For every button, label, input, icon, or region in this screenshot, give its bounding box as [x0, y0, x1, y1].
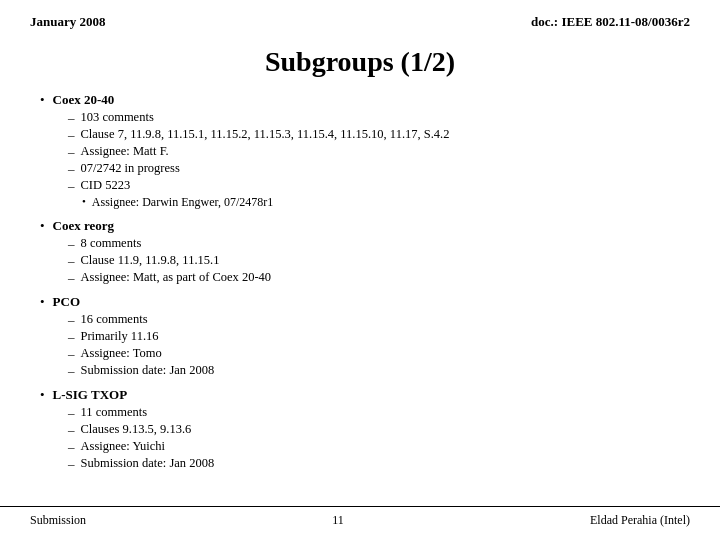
dash: –: [68, 253, 75, 269]
nested-bullet: •: [82, 195, 86, 207]
list-item: – Clauses 9.13.5, 9.13.6: [68, 422, 680, 438]
pco-sublist: – 16 comments – Primarily 11.16 – Assign…: [68, 312, 680, 379]
list-item: – 16 comments: [68, 312, 680, 328]
sub-text: Primarily 11.16: [81, 329, 159, 344]
header-doc: doc.: IEEE 802.11-08/0036r2: [531, 14, 690, 30]
list-item: – CID 5223: [68, 178, 680, 194]
section-lsigtxop-header: • L-SIG TXOP: [40, 387, 680, 403]
dash: –: [68, 363, 75, 379]
sub-text: Clause 11.9, 11.9.8, 11.15.1: [81, 253, 220, 268]
sub-text: 16 comments: [81, 312, 148, 327]
sub-text: 11 comments: [81, 405, 148, 420]
footer-center: 11: [332, 513, 344, 528]
list-item: – 11 comments: [68, 405, 680, 421]
footer-right: Eldad Perahia (Intel): [590, 513, 690, 528]
dash: –: [68, 405, 75, 421]
dash: –: [68, 422, 75, 438]
bullet-4: •: [40, 387, 45, 403]
header: January 2008 doc.: IEEE 802.11-08/0036r2: [0, 0, 720, 36]
list-item: – Assignee: Tomo: [68, 346, 680, 362]
section-pco-header: • PCO: [40, 294, 680, 310]
sub-text: Submission date: Jan 2008: [81, 456, 215, 471]
sub-text: 103 comments: [81, 110, 154, 125]
section-coex2040-header: • Coex 20-40: [40, 92, 680, 108]
lsigtxop-sublist: – 11 comments – Clauses 9.13.5, 9.13.6 –…: [68, 405, 680, 472]
list-item: – 103 comments: [68, 110, 680, 126]
sub-text: CID 5223: [81, 178, 131, 193]
dash: –: [68, 329, 75, 345]
header-date: January 2008: [30, 14, 105, 30]
section-coexreorg: • Coex reorg – 8 comments – Clause 11.9,…: [40, 218, 680, 286]
title-section: Subgroups (1/2): [0, 36, 720, 92]
sub-text: Assignee: Matt, as part of Coex 20-40: [81, 270, 272, 285]
footer-left: Submission: [30, 513, 86, 528]
list-item: – Assignee: Matt F.: [68, 144, 680, 160]
sub-text: Clauses 9.13.5, 9.13.6: [81, 422, 192, 437]
bullet-1: •: [40, 92, 45, 108]
dash: –: [68, 439, 75, 455]
dash: –: [68, 312, 75, 328]
dash: –: [68, 161, 75, 177]
list-item: – 07/2742 in progress: [68, 161, 680, 177]
list-item: – Submission date: Jan 2008: [68, 456, 680, 472]
section-coexreorg-title: Coex reorg: [53, 218, 114, 234]
list-item: – Assignee: Yuichi: [68, 439, 680, 455]
dash: –: [68, 127, 75, 143]
content: • Coex 20-40 – 103 comments – Clause 7, …: [0, 92, 720, 472]
bullet-3: •: [40, 294, 45, 310]
section-pco: • PCO – 16 comments – Primarily 11.16 – …: [40, 294, 680, 379]
sub-text: Assignee: Matt F.: [81, 144, 169, 159]
section-lsigtxop: • L-SIG TXOP – 11 comments – Clauses 9.1…: [40, 387, 680, 472]
sub-text: Assignee: Tomo: [81, 346, 162, 361]
nested-text: Assignee: Darwin Engwer, 07/2478r1: [92, 195, 273, 210]
list-item: – Clause 11.9, 11.9.8, 11.15.1: [68, 253, 680, 269]
sub-text: 07/2742 in progress: [81, 161, 180, 176]
dash: –: [68, 178, 75, 194]
dash: –: [68, 346, 75, 362]
sub-text: Assignee: Yuichi: [81, 439, 166, 454]
list-item: – Primarily 11.16: [68, 329, 680, 345]
sub-text: 8 comments: [81, 236, 142, 251]
nested-item: • Assignee: Darwin Engwer, 07/2478r1: [82, 195, 680, 210]
sub-text: Clause 7, 11.9.8, 11.15.1, 11.15.2, 11.1…: [81, 127, 450, 142]
coex2040-sublist: – 103 comments – Clause 7, 11.9.8, 11.15…: [68, 110, 680, 210]
dash: –: [68, 236, 75, 252]
dash: –: [68, 270, 75, 286]
coexreorg-sublist: – 8 comments – Clause 11.9, 11.9.8, 11.1…: [68, 236, 680, 286]
section-pco-title: PCO: [53, 294, 80, 310]
section-lsigtxop-title: L-SIG TXOP: [53, 387, 128, 403]
dash: –: [68, 110, 75, 126]
page-title: Subgroups (1/2): [265, 46, 455, 77]
section-coex2040: • Coex 20-40 – 103 comments – Clause 7, …: [40, 92, 680, 210]
dash: –: [68, 456, 75, 472]
list-item: – 8 comments: [68, 236, 680, 252]
list-item: – Clause 7, 11.9.8, 11.15.1, 11.15.2, 11…: [68, 127, 680, 143]
list-item: – Submission date: Jan 2008: [68, 363, 680, 379]
page: January 2008 doc.: IEEE 802.11-08/0036r2…: [0, 0, 720, 540]
footer: Submission 11 Eldad Perahia (Intel): [0, 506, 720, 528]
section-coex2040-title: Coex 20-40: [53, 92, 115, 108]
bullet-2: •: [40, 218, 45, 234]
sub-text: Submission date: Jan 2008: [81, 363, 215, 378]
list-item: – Assignee: Matt, as part of Coex 20-40: [68, 270, 680, 286]
section-coexreorg-header: • Coex reorg: [40, 218, 680, 234]
dash: –: [68, 144, 75, 160]
